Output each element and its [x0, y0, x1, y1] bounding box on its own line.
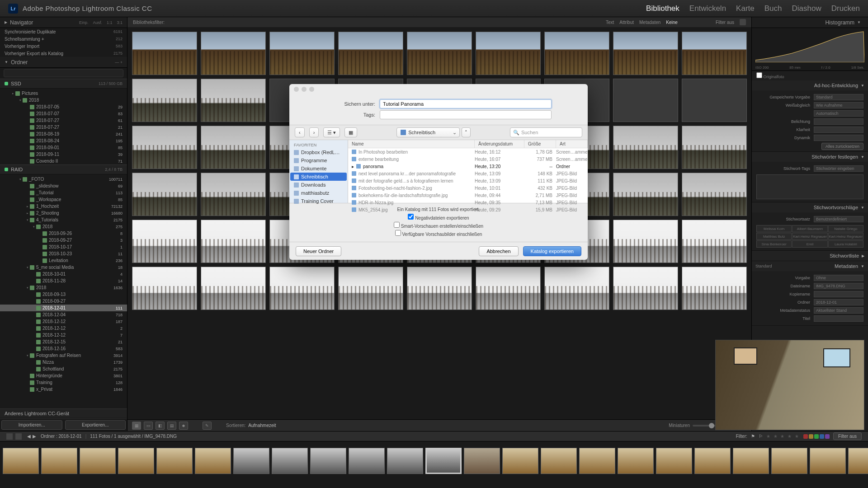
group-button[interactable]: ▦ [344, 127, 357, 137]
sidebar-location[interactable]: Training Cover [289, 197, 348, 205]
location-select[interactable]: Schreibtisch [396, 127, 460, 137]
filter-attribute[interactable]: Attribut [619, 20, 634, 25]
file-row[interactable]: ▸ panorama Heute, 13:20--Ordner [348, 163, 588, 170]
thumbnail-cell[interactable] [682, 79, 747, 122]
thumbnail-cell[interactable] [132, 79, 197, 122]
col-type[interactable]: Art [556, 140, 588, 148]
qdev-value[interactable] [814, 135, 863, 141]
folder-row[interactable]: 2018-12-12187 [0, 318, 127, 325]
keyword-tags-input[interactable]: Stichwörter eingeben [814, 165, 863, 172]
forward-icon[interactable]: ▶ [33, 434, 36, 439]
filmstrip-thumb[interactable] [310, 448, 346, 474]
metadata-value[interactable] [814, 315, 863, 322]
flag-rejected-icon[interactable]: ⚐ [759, 434, 763, 439]
people-view-icon[interactable]: ☻ [179, 422, 188, 430]
folder-row[interactable]: 2018-10-014 [0, 271, 127, 277]
metadata-set[interactable]: Standard [755, 264, 772, 268]
folder-row[interactable]: 2018-12-1521 [0, 338, 127, 345]
filter-none[interactable]: Keine [666, 20, 678, 25]
thumbnail-cell[interactable] [613, 173, 678, 216]
file-row[interactable]: HDR-in-Nizza.jpg Heute, 09:357,13 MBJPEG… [348, 199, 588, 206]
sidebar-location[interactable]: Dropbox (RedL… [289, 148, 348, 156]
filmstrip-thumb[interactable] [272, 448, 308, 474]
module-library[interactable]: Bibliothek [646, 4, 679, 13]
folder-row[interactable]: ▾ 4_Tutorials2175 [0, 216, 127, 223]
filmstrip-thumb[interactable] [618, 448, 654, 474]
painter-icon[interactable]: ✎ [203, 422, 212, 430]
thumbnail-cell[interactable] [682, 173, 747, 216]
thumbnail-cell[interactable] [476, 32, 541, 75]
thumbnail-cell[interactable] [544, 32, 609, 75]
catalog-item[interactable]: Vorheriger Import583 [0, 42, 127, 50]
filmstrip-thumb[interactable] [195, 448, 231, 474]
module-slideshow[interactable]: Diashow [792, 4, 821, 13]
filter-off[interactable]: Filter aus [716, 20, 734, 25]
metadata-value[interactable]: Ohne [814, 275, 863, 281]
module-print[interactable]: Drucken [831, 4, 860, 13]
file-row[interactable]: bokehokens-für-die-landschaftsfotografie… [348, 192, 588, 199]
filmstrip-thumb[interactable] [733, 448, 769, 474]
thumbnail-cell[interactable] [201, 220, 266, 263]
folder-row[interactable]: ▸ 1_Hochzeit72132 [0, 203, 127, 210]
folder-row[interactable]: 2018-09-27 [0, 298, 127, 305]
grid-view-icon[interactable]: ▦ [132, 422, 141, 430]
thumbnail-cell[interactable] [682, 267, 747, 310]
folder-row[interactable]: 2018-09-268 [0, 230, 127, 237]
nav-fit[interactable]: Einp. [79, 20, 89, 25]
volume-ssd[interactable]: SSD 113 / 500 GB [0, 79, 127, 89]
qdev-value[interactable]: Standard [814, 94, 863, 100]
thumbnail-cell[interactable] [201, 267, 266, 310]
folder-row[interactable]: 2018-09-13 [0, 291, 127, 298]
opt-previews[interactable]: Verfügbare Vorschaubilder einschließen [289, 230, 588, 238]
thumbnail-cell[interactable] [269, 32, 335, 75]
thumbnail-cell[interactable] [407, 32, 472, 75]
keysugg-header[interactable]: Stichwortvorschläge▼ [752, 202, 868, 212]
folder-row[interactable]: 2018-12-01111 [0, 305, 127, 311]
folder-row[interactable]: _Workspace85 [0, 196, 127, 203]
folder-row[interactable]: ▾ 2018 [0, 97, 127, 103]
catalog-item[interactable]: Schnellsammlung +212 [0, 35, 127, 42]
import-button[interactable]: Importieren... [1, 420, 62, 430]
keyset-value[interactable]: Benutzerdefiniert [814, 216, 863, 222]
minimize-window-icon[interactable] [302, 87, 307, 92]
file-row[interactable]: next level panorama kr…der panoramafotog… [348, 170, 588, 177]
folder-row[interactable]: Training128 [0, 379, 127, 386]
nav-1-1[interactable]: 1:1 [107, 20, 113, 25]
keyword-suggestion[interactable]: Karl-Heinz Regnauer [792, 233, 827, 240]
thumbnail-cell[interactable] [132, 267, 197, 310]
sidebar-location[interactable]: Dokumente [289, 164, 348, 173]
folder-row[interactable]: 2018-09-273 [0, 237, 127, 244]
module-develop[interactable]: Entwickeln [689, 4, 726, 13]
export-button[interactable]: Exportieren... [65, 420, 126, 430]
color-labels[interactable] [803, 434, 830, 439]
metadata-header[interactable]: Standard Metadaten▼ [752, 261, 868, 271]
survey-view-icon[interactable]: ▤ [167, 422, 176, 430]
folder-row[interactable]: 2018-08-19241 [0, 131, 127, 137]
cancel-button[interactable]: Abbrechen [479, 246, 518, 256]
collapse-button[interactable]: ˄ [462, 127, 471, 137]
rating-stars[interactable]: ★ ★ ★ ★ ★ [766, 434, 800, 439]
loupe-view-icon[interactable]: ▭ [144, 422, 153, 430]
thumbnail-cell[interactable] [407, 267, 472, 310]
compare-view-icon[interactable]: ◧ [156, 422, 165, 430]
file-row[interactable]: externe bearbeitung Heute, 16:07737 MBSc… [348, 155, 588, 163]
folder-row[interactable]: 2018-08-24195 [0, 137, 127, 144]
thumbnail-cell[interactable] [682, 32, 747, 75]
export-catalog-button[interactable]: Katalog exportieren [523, 246, 581, 256]
folder-search-input[interactable] [4, 69, 123, 77]
file-row[interactable]: mit der fotografie geld…s à fotografiere… [348, 177, 588, 184]
thumbnail-cell[interactable] [338, 267, 403, 310]
folder-row[interactable]: ▾ 5_me social Media18 [0, 264, 127, 271]
keyword-suggestion[interactable]: Laura Holabiri [828, 240, 863, 248]
folder-row[interactable]: Hintergründe3801 [0, 372, 127, 379]
thumbnail-cell[interactable] [613, 126, 678, 169]
filmstrip-thumb[interactable] [387, 448, 423, 474]
grid-icon-small[interactable] [6, 433, 13, 440]
filmstrip-thumb[interactable] [771, 448, 807, 474]
col-size[interactable]: Größe [524, 140, 556, 148]
filmstrip-thumb[interactable] [502, 448, 538, 474]
sidebar-location[interactable]: Programme [289, 156, 348, 164]
add-folder-icon[interactable]: — + [115, 60, 123, 65]
thumbnail-cell[interactable] [201, 79, 266, 122]
thumbnail-cell[interactable] [132, 220, 197, 263]
